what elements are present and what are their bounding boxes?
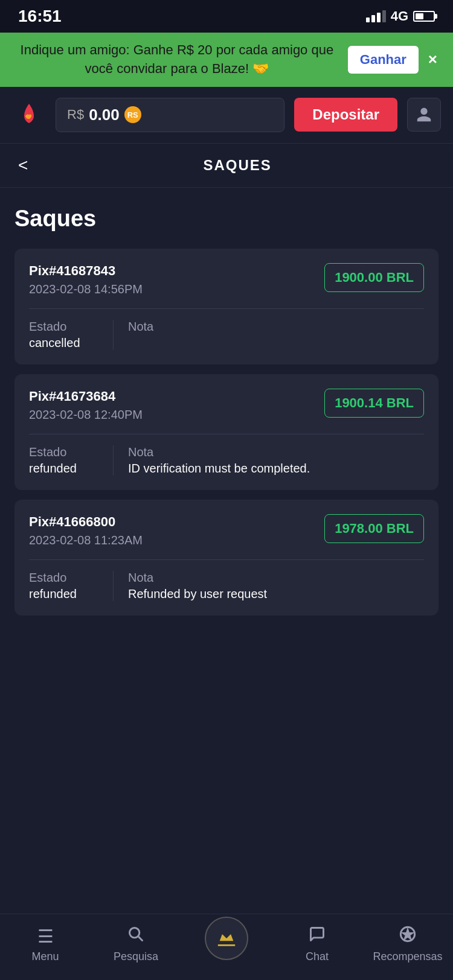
back-button[interactable]: < [18, 156, 28, 175]
withdrawal-amount: 1978.00 BRL [324, 514, 424, 543]
promo-banner: Indique um amigo: Ganhe R$ 20 por cada a… [0, 33, 453, 87]
nav-item-chat[interactable]: Chat [272, 926, 362, 963]
svg-line-2 [138, 937, 142, 940]
signal-icon [366, 10, 386, 22]
withdrawal-card: Pix#41673684 2023-02-08 12:40PM 1900.14 … [14, 374, 439, 490]
status-label: Estado [29, 445, 101, 459]
nav-label-search: Pesquisa [114, 950, 158, 963]
person-icon [416, 106, 432, 123]
withdrawal-amount: 1900.14 BRL [324, 389, 424, 418]
section-title: Saques [14, 206, 439, 232]
battery-icon [413, 11, 435, 22]
chat-icon [309, 926, 326, 947]
search-icon [127, 926, 144, 947]
app-logo [12, 98, 46, 132]
status-icons: 4G [366, 8, 435, 24]
crown-icon [205, 917, 248, 960]
note-value: Refunded by user request [128, 587, 424, 601]
nav-label-chat: Chat [306, 950, 329, 963]
status-time: 16:51 [18, 7, 62, 26]
deposit-button[interactable]: Depositar [294, 98, 397, 132]
withdrawal-id: Pix#41687843 [29, 263, 143, 279]
withdrawal-date: 2023-02-08 11:23AM [29, 533, 143, 547]
withdrawal-id: Pix#41673684 [29, 389, 143, 404]
main-content: Saques Pix#41687843 2023-02-08 14:56PM 1… [0, 188, 453, 698]
nav-item-rewards[interactable]: Recompensas [362, 926, 453, 963]
balance-box: R$ 0.00 RS [56, 98, 284, 132]
balance-amount: 0.00 [89, 106, 120, 124]
nav-label-rewards: Recompensas [373, 950, 442, 963]
status-value: refunded [29, 587, 101, 601]
withdrawal-amount: 1900.00 BRL [324, 263, 424, 292]
rs-badge: RS [124, 106, 141, 123]
promo-ganhar-button[interactable]: Ganhar [348, 46, 419, 74]
nav-item-menu[interactable]: ☰ Menu [0, 926, 91, 963]
promo-close-button[interactable]: × [425, 50, 441, 69]
withdrawal-date: 2023-02-08 12:40PM [29, 408, 143, 422]
note-value: ID verification must be completed. [128, 462, 424, 476]
withdrawal-card: Pix#41687843 2023-02-08 14:56PM 1900.00 … [14, 249, 439, 364]
note-label: Nota [128, 445, 424, 459]
page-title: SAQUES [40, 157, 435, 174]
promo-text: Indique um amigo: Ganhe R$ 20 por cada a… [12, 41, 342, 78]
page-header: < SAQUES [0, 144, 453, 188]
rewards-icon [399, 926, 416, 947]
status-value: cancelled [29, 336, 101, 350]
withdrawal-id: Pix#41666800 [29, 514, 143, 530]
status-label: Estado [29, 320, 101, 334]
balance-currency: R$ [67, 107, 84, 122]
status-bar: 16:51 4G [0, 0, 453, 33]
bottom-nav: ☰ Menu Pesquisa Chat [0, 914, 453, 980]
menu-icon: ☰ [37, 926, 54, 947]
status-value: refunded [29, 462, 101, 476]
profile-button[interactable] [407, 98, 441, 132]
withdrawal-date: 2023-02-08 14:56PM [29, 282, 143, 296]
nav-item-search[interactable]: Pesquisa [91, 926, 181, 963]
withdrawals-list: Pix#41687843 2023-02-08 14:56PM 1900.00 … [14, 249, 439, 616]
withdrawal-card: Pix#41666800 2023-02-08 11:23AM 1978.00 … [14, 500, 439, 616]
nav-item-home[interactable] [181, 929, 272, 960]
nav-label-menu: Menu [31, 950, 59, 963]
note-label: Nota [128, 320, 424, 334]
note-label: Nota [128, 571, 424, 585]
app-header: R$ 0.00 RS Depositar [0, 87, 453, 144]
network-label: 4G [391, 8, 408, 24]
status-label: Estado [29, 571, 101, 585]
